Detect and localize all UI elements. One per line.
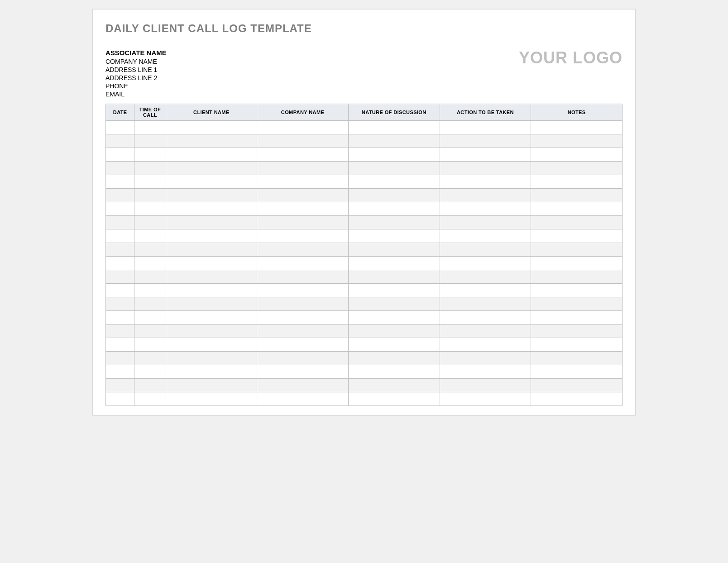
- table-cell[interactable]: [134, 148, 166, 162]
- table-cell[interactable]: [348, 392, 440, 406]
- table-cell[interactable]: [166, 270, 257, 284]
- table-cell[interactable]: [440, 216, 531, 229]
- table-cell[interactable]: [106, 379, 134, 392]
- table-cell[interactable]: [531, 229, 623, 243]
- table-cell[interactable]: [134, 175, 166, 189]
- table-cell[interactable]: [166, 243, 257, 257]
- table-cell[interactable]: [106, 270, 134, 284]
- table-cell[interactable]: [440, 229, 531, 243]
- table-cell[interactable]: [440, 202, 531, 216]
- table-cell[interactable]: [531, 175, 623, 189]
- table-cell[interactable]: [531, 243, 623, 257]
- table-cell[interactable]: [134, 121, 166, 134]
- table-cell[interactable]: [348, 352, 440, 365]
- table-cell[interactable]: [166, 189, 257, 202]
- table-cell[interactable]: [348, 229, 440, 243]
- table-cell[interactable]: [134, 352, 166, 365]
- table-cell[interactable]: [106, 365, 134, 379]
- table-cell[interactable]: [106, 284, 134, 297]
- table-cell[interactable]: [134, 162, 166, 175]
- table-cell[interactable]: [106, 162, 134, 175]
- table-cell[interactable]: [348, 189, 440, 202]
- table-cell[interactable]: [106, 297, 134, 311]
- table-cell[interactable]: [257, 379, 349, 392]
- table-cell[interactable]: [348, 202, 440, 216]
- table-cell[interactable]: [531, 379, 623, 392]
- table-cell[interactable]: [257, 338, 349, 352]
- table-cell[interactable]: [257, 284, 349, 297]
- table-cell[interactable]: [348, 148, 440, 162]
- table-cell[interactable]: [257, 243, 349, 257]
- table-cell[interactable]: [348, 379, 440, 392]
- table-cell[interactable]: [106, 134, 134, 148]
- table-cell[interactable]: [440, 162, 531, 175]
- table-cell[interactable]: [166, 162, 257, 175]
- table-cell[interactable]: [106, 202, 134, 216]
- table-cell[interactable]: [166, 229, 257, 243]
- table-cell[interactable]: [531, 284, 623, 297]
- table-cell[interactable]: [440, 189, 531, 202]
- table-cell[interactable]: [134, 134, 166, 148]
- table-cell[interactable]: [531, 392, 623, 406]
- table-cell[interactable]: [348, 121, 440, 134]
- table-cell[interactable]: [348, 162, 440, 175]
- table-cell[interactable]: [531, 189, 623, 202]
- table-cell[interactable]: [106, 121, 134, 134]
- table-cell[interactable]: [134, 270, 166, 284]
- table-cell[interactable]: [531, 162, 623, 175]
- table-cell[interactable]: [134, 392, 166, 406]
- table-cell[interactable]: [531, 297, 623, 311]
- table-cell[interactable]: [440, 392, 531, 406]
- table-cell[interactable]: [440, 338, 531, 352]
- table-cell[interactable]: [348, 257, 440, 270]
- table-cell[interactable]: [440, 121, 531, 134]
- table-cell[interactable]: [348, 297, 440, 311]
- table-cell[interactable]: [257, 121, 349, 134]
- table-cell[interactable]: [531, 134, 623, 148]
- table-cell[interactable]: [134, 189, 166, 202]
- table-cell[interactable]: [106, 148, 134, 162]
- table-cell[interactable]: [134, 297, 166, 311]
- table-cell[interactable]: [106, 352, 134, 365]
- table-cell[interactable]: [531, 338, 623, 352]
- table-cell[interactable]: [440, 257, 531, 270]
- table-cell[interactable]: [166, 216, 257, 229]
- table-cell[interactable]: [531, 216, 623, 229]
- table-cell[interactable]: [348, 311, 440, 324]
- table-cell[interactable]: [440, 175, 531, 189]
- table-cell[interactable]: [106, 257, 134, 270]
- table-cell[interactable]: [531, 324, 623, 338]
- table-cell[interactable]: [106, 392, 134, 406]
- table-cell[interactable]: [348, 284, 440, 297]
- table-cell[interactable]: [257, 392, 349, 406]
- table-cell[interactable]: [348, 243, 440, 257]
- table-cell[interactable]: [257, 257, 349, 270]
- table-cell[interactable]: [134, 216, 166, 229]
- table-cell[interactable]: [106, 229, 134, 243]
- table-cell[interactable]: [106, 311, 134, 324]
- table-cell[interactable]: [531, 257, 623, 270]
- table-cell[interactable]: [134, 284, 166, 297]
- table-cell[interactable]: [134, 324, 166, 338]
- table-cell[interactable]: [440, 365, 531, 379]
- table-cell[interactable]: [257, 365, 349, 379]
- table-cell[interactable]: [166, 121, 257, 134]
- table-cell[interactable]: [166, 392, 257, 406]
- table-cell[interactable]: [257, 189, 349, 202]
- table-cell[interactable]: [106, 243, 134, 257]
- table-cell[interactable]: [166, 379, 257, 392]
- table-cell[interactable]: [348, 175, 440, 189]
- table-cell[interactable]: [257, 297, 349, 311]
- table-cell[interactable]: [106, 189, 134, 202]
- table-cell[interactable]: [348, 324, 440, 338]
- table-cell[interactable]: [440, 379, 531, 392]
- table-cell[interactable]: [440, 148, 531, 162]
- table-cell[interactable]: [257, 270, 349, 284]
- table-cell[interactable]: [166, 311, 257, 324]
- table-cell[interactable]: [106, 338, 134, 352]
- table-cell[interactable]: [531, 352, 623, 365]
- table-cell[interactable]: [166, 365, 257, 379]
- table-cell[interactable]: [440, 352, 531, 365]
- table-cell[interactable]: [531, 121, 623, 134]
- table-cell[interactable]: [440, 243, 531, 257]
